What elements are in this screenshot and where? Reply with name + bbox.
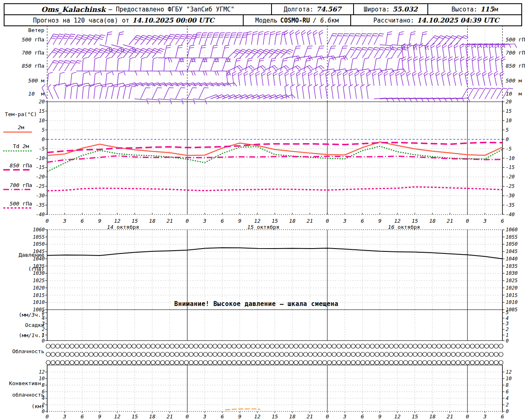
svg-text:10: 10 <box>506 376 511 381</box>
header-row-1: Oms_Kalachinsk — Предоставлено ФГБУ "Зап… <box>5 4 521 15</box>
svg-text:1055: 1055 <box>33 234 45 240</box>
svg-text:21: 21 <box>447 218 453 224</box>
svg-text:12: 12 <box>114 218 121 224</box>
svg-text:4: 4 <box>506 315 509 321</box>
svg-text:5: 5 <box>506 127 509 133</box>
forecast-label: Прогноз на 120 часа(ов) от <box>33 17 129 24</box>
svg-text:0: 0 <box>42 338 45 344</box>
model-label: Модель <box>255 17 277 24</box>
axis-labels: 2020151510105500-5-5-10-10-15-15-20-20-2… <box>33 99 518 420</box>
svg-text:2: 2 <box>506 402 509 408</box>
svg-text:-20: -20 <box>36 174 45 180</box>
svg-text:-5: -5 <box>506 146 511 152</box>
panel-borders <box>47 102 502 411</box>
svg-text:12: 12 <box>394 413 401 420</box>
wind-level-label-700hpa-right: 700 гПа <box>506 50 525 56</box>
svg-text:1040: 1040 <box>506 256 518 262</box>
station-name: Oms_Kalachinsk <box>41 5 105 14</box>
header-row-2: Прогноз на 120 часа(ов) от 14.10.2025 00… <box>5 15 521 25</box>
svg-text:10: 10 <box>39 118 45 123</box>
legend-label-t700: 700 гПа <box>0 182 42 188</box>
svg-text:-40: -40 <box>36 212 45 217</box>
precip-label-mm3h: (мм/3ч.) <box>0 312 44 318</box>
svg-text:6: 6 <box>80 218 84 224</box>
convective-curve <box>225 409 260 410</box>
wind-level-label-10m-left: 10 м <box>0 91 44 97</box>
svg-text:-15: -15 <box>506 164 515 170</box>
svg-text:0: 0 <box>42 409 45 414</box>
svg-text:0: 0 <box>466 413 469 420</box>
svg-text:1015: 1015 <box>506 292 518 298</box>
svg-text:-20: -20 <box>506 174 515 180</box>
cloudiness-title: Облачность <box>0 348 44 354</box>
wind-level-label-500hpa-right: 500 гПа <box>506 37 525 43</box>
svg-text:4: 4 <box>506 395 509 401</box>
svg-text:15: 15 <box>412 413 418 420</box>
svg-text:0: 0 <box>506 137 509 142</box>
svg-text:1055: 1055 <box>506 234 518 240</box>
svg-text:12: 12 <box>394 218 401 224</box>
svg-text:1060: 1060 <box>506 227 518 233</box>
svg-text:21: 21 <box>167 413 173 420</box>
pressure-warning-text: Внимание! Высокое давление — шкала смеще… <box>160 300 353 308</box>
header-cell-forecast: Прогноз на 120 часа(ов) от 14.10.2025 00… <box>5 15 243 25</box>
calc-label: Рассчитано: <box>373 17 414 24</box>
header-cell-longitude: Долгота: 74.567 <box>271 4 353 14</box>
svg-text:18: 18 <box>149 218 155 224</box>
svg-text:3: 3 <box>203 413 206 420</box>
svg-text:21: 21 <box>307 413 313 420</box>
pressure-label-line1: Давление <box>0 252 44 258</box>
precip-label-mm1h: (мм/1ч.) <box>0 332 44 338</box>
svg-text:0: 0 <box>506 338 509 344</box>
model-name: COSMO-RU <box>280 17 310 24</box>
svg-text:6: 6 <box>221 218 224 224</box>
svg-text:1020: 1020 <box>33 285 45 291</box>
convective-label-line3: (км) <box>0 403 44 409</box>
svg-text:1010: 1010 <box>506 299 518 305</box>
convective-label-line2: облачность <box>0 392 44 398</box>
svg-text:15: 15 <box>412 218 418 224</box>
svg-text:18: 18 <box>149 413 155 420</box>
longitude-label: Долгота: <box>284 6 313 13</box>
svg-text:0: 0 <box>506 409 509 414</box>
latitude-value: 55.032 <box>393 5 418 13</box>
svg-text:0: 0 <box>46 218 49 224</box>
provider-text: — Предоставлено ФГБУ "ЗапСиб УГМС" <box>108 6 234 13</box>
svg-text:9: 9 <box>378 413 381 420</box>
svg-text:1050: 1050 <box>33 241 45 247</box>
header-cell-station: Oms_Kalachinsk — Предоставлено ФГБУ "Зап… <box>5 4 271 14</box>
wind-barbs <box>42 30 516 105</box>
cloud-symbols <box>46 344 503 365</box>
svg-text:1060: 1060 <box>33 227 45 233</box>
svg-text:21: 21 <box>307 218 313 224</box>
svg-text:12: 12 <box>254 218 260 224</box>
svg-text:1020: 1020 <box>506 285 518 291</box>
svg-text:18: 18 <box>289 218 296 224</box>
svg-text:0: 0 <box>42 137 45 142</box>
svg-text:0: 0 <box>46 413 49 420</box>
svg-text:18: 18 <box>429 218 436 224</box>
date-label-16-oct: 16 октября <box>388 224 420 230</box>
wind-level-label-500m-left: 500 м <box>0 78 44 84</box>
svg-text:9: 9 <box>378 218 381 224</box>
svg-text:3: 3 <box>343 218 347 224</box>
svg-text:0: 0 <box>186 413 189 420</box>
svg-text:-30: -30 <box>36 193 45 199</box>
svg-text:3: 3 <box>203 218 206 224</box>
svg-text:-30: -30 <box>506 193 515 199</box>
svg-text:15: 15 <box>272 413 278 420</box>
header-cell-altitude: Высота: 115 м <box>427 4 521 14</box>
header-cell-calculated: Рассчитано: 14.10.2025 04:39 UTC <box>350 15 521 25</box>
svg-text:0: 0 <box>466 218 469 224</box>
svg-text:-10: -10 <box>506 155 515 161</box>
svg-text:1045: 1045 <box>506 249 518 254</box>
temperature-panel-title: Тем-ра(°C) <box>0 111 42 117</box>
svg-text:2: 2 <box>506 326 509 332</box>
svg-text:15: 15 <box>272 218 278 224</box>
svg-text:12: 12 <box>39 369 45 375</box>
altitude-label: Высота: <box>452 6 477 13</box>
wind-level-label-500hpa-left: 500 гПа <box>0 37 44 43</box>
svg-text:1010: 1010 <box>33 299 45 305</box>
wind-panel-title: Ветер <box>0 27 44 33</box>
latitude-label: Широта: <box>364 6 390 13</box>
